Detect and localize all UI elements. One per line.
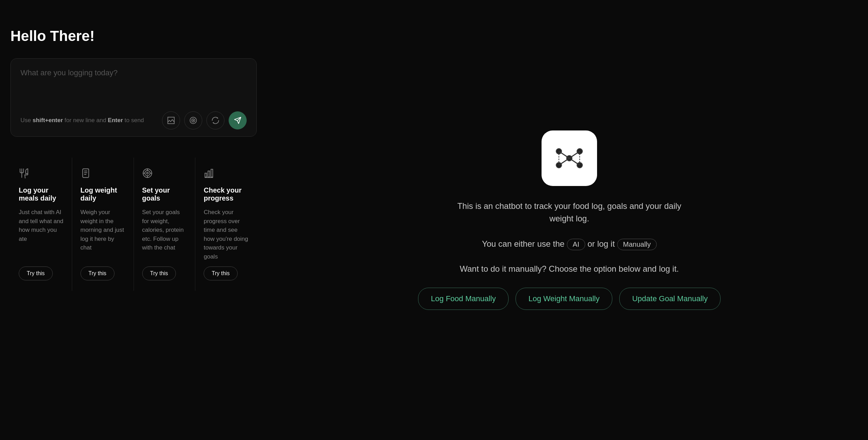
update-goal-manually-button[interactable]: Update Goal Manually [619, 288, 721, 310]
svg-rect-3 [83, 169, 89, 178]
manually-badge: Manually [617, 239, 657, 250]
svg-line-15 [559, 151, 569, 158]
chat-input[interactable] [20, 68, 247, 104]
feature-title-goals: Set your goals [142, 186, 187, 202]
try-weight-button[interactable]: Try this [80, 266, 114, 280]
svg-rect-9 [211, 169, 213, 177]
svg-point-5 [145, 171, 150, 176]
feature-card-goals: Set your goals Set your goals for weight… [134, 158, 196, 291]
chat-hint: Use shift+enter for new line and Enter t… [20, 117, 144, 124]
svg-point-6 [146, 172, 148, 174]
feature-card-meals: Log your meals daily Just chat with AI a… [10, 158, 72, 291]
log-food-manually-button[interactable]: Log Food Manually [418, 288, 509, 310]
send-button[interactable] [229, 111, 247, 129]
image-button[interactable] [162, 111, 180, 129]
bot-description: This is an chatbot to track your food lo… [448, 200, 691, 225]
feature-desc-progress: Check your progress over time and see ho… [204, 208, 248, 261]
chat-actions [162, 111, 247, 129]
try-meals-button[interactable]: Try this [19, 266, 53, 280]
try-progress-button[interactable]: Try this [204, 266, 238, 280]
feature-desc-meals: Just chat with AI and tell what and how … [19, 208, 63, 261]
feature-title-progress: Check your progress [204, 186, 248, 202]
utensils-icon [19, 168, 63, 181]
bot-logo [542, 130, 597, 186]
right-panel: This is an chatbot to track your food lo… [271, 0, 868, 440]
ai-badge: AI [567, 239, 585, 250]
feature-desc-goals: Set your goals for weight, calories, pro… [142, 208, 187, 261]
clipboard-icon [80, 168, 125, 181]
svg-line-16 [569, 151, 580, 158]
svg-rect-7 [205, 173, 207, 177]
chat-container: Use shift+enter for new line and Enter t… [10, 58, 257, 137]
refresh-button[interactable] [206, 111, 224, 129]
page-title: Hello There! [10, 28, 257, 44]
left-panel: Hello There! Use shift+enter for new lin… [0, 0, 271, 440]
manual-instruction: Want to do it manually? Choose the optio… [460, 264, 679, 274]
feature-card-weight: Log weight daily Weigh your weight in th… [72, 158, 134, 291]
enter-hint: Enter [108, 117, 123, 124]
chat-footer: Use shift+enter for new line and Enter t… [20, 111, 247, 129]
svg-line-17 [559, 158, 569, 165]
refresh-icon [211, 116, 220, 125]
circle-icon [188, 116, 198, 125]
bot-logo-svg [552, 141, 587, 176]
feature-title-meals: Log your meals daily [19, 186, 63, 202]
features-section: Log your meals daily Just chat with AI a… [10, 158, 257, 291]
svg-line-18 [569, 158, 580, 165]
svg-point-2 [193, 120, 194, 121]
manual-buttons-group: Log Food Manually Log Weight Manually Up… [418, 288, 721, 310]
shift-enter-hint: shift+enter [33, 117, 63, 124]
send-icon [234, 117, 241, 124]
log-weight-manually-button[interactable]: Log Weight Manually [516, 288, 612, 310]
svg-rect-8 [208, 171, 210, 177]
feature-card-progress: Check your progress Check your progress … [195, 158, 257, 291]
image-icon [166, 116, 176, 125]
feature-title-weight: Log weight daily [80, 186, 125, 202]
try-goals-button[interactable]: Try this [142, 266, 176, 280]
feature-desc-weight: Weigh your weight in the morning and jus… [80, 208, 125, 261]
chart-icon [204, 168, 248, 181]
target-button[interactable] [184, 111, 202, 129]
target-goals-icon [142, 168, 187, 181]
mode-text: You can either use the AI or log it Manu… [482, 239, 657, 250]
